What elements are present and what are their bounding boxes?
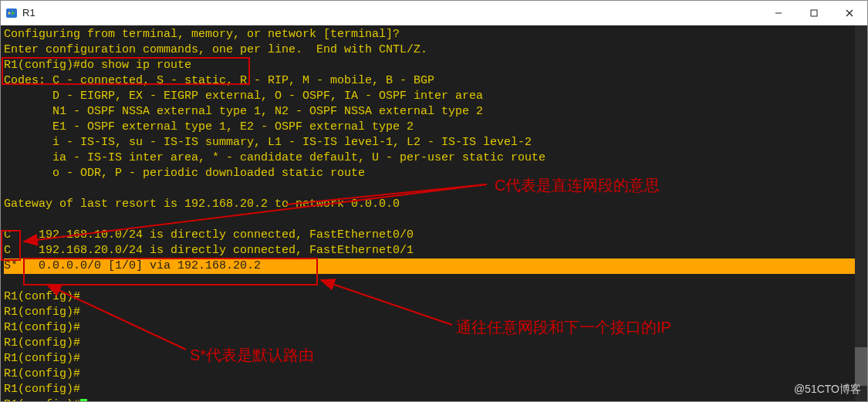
terminal-line: R1(config)#: [4, 290, 80, 303]
terminal-line: R1(config)#do show ip route: [4, 59, 191, 72]
annotation-default-route-ip: 通往任意网段和下一个接口的IP: [456, 317, 671, 338]
scrollbar-thumb[interactable]: [855, 347, 867, 386]
minimize-button[interactable]: [761, 1, 796, 25]
terminal-line: i - IS-IS, su - IS-IS summary, L1 - IS-I…: [4, 136, 532, 149]
terminal-line: R1(config)#: [4, 367, 80, 380]
app-icon: [5, 7, 18, 19]
terminal-line: R1(config)#: [4, 306, 80, 319]
terminal-line: o - ODR, P - periodic downloaded static …: [4, 167, 365, 180]
annotation-s-star-meaning: S*代表是默认路由: [190, 345, 314, 366]
svg-point-1: [8, 12, 11, 14]
annotation-c-meaning: C代表是直连网段的意思: [495, 175, 660, 196]
terminal-line: Configuring from terminal, memory, or ne…: [4, 28, 400, 41]
terminal-line: Gateway of last resort is 192.168.20.2 t…: [4, 198, 400, 211]
terminal-line: R1(config)#: [4, 383, 80, 396]
window-title: R1: [22, 7, 35, 19]
terminal-line: R1(config)#: [4, 321, 80, 334]
watermark: @51CTO博客: [794, 383, 861, 397]
terminal-line: Codes: C - connected, S - static, R - RI…: [4, 74, 434, 87]
terminal-line: N1 - OSPF NSSA external type 1, N2 - OSP…: [4, 105, 483, 118]
terminal-line: R1(config)#: [4, 336, 80, 350]
terminal-output[interactable]: Configuring from terminal, memory, or ne…: [1, 25, 867, 401]
titlebar[interactable]: R1: [1, 1, 867, 25]
window-controls: [761, 1, 867, 25]
terminal-line: ia - IS-IS inter area, * - candidate def…: [4, 151, 545, 164]
terminal-line: D - EIGRP, EX - EIGRP external, O - OSPF…: [4, 90, 483, 103]
close-button[interactable]: [832, 1, 867, 25]
prompt-line: R1(config)#: [4, 398, 80, 401]
terminal-line: C 192.168.10.0/24 is directly connected,…: [4, 228, 414, 242]
terminal-line: Enter configuration commands, one per li…: [4, 43, 427, 56]
terminal-line: C 192.168.20.0/24 is directly connected,…: [4, 244, 414, 257]
svg-rect-3: [811, 10, 817, 16]
terminal-line: E1 - OSPF external type 1, E2 - OSPF ext…: [4, 120, 414, 133]
scrollbar-track[interactable]: [855, 25, 867, 401]
terminal-line: R1(config)#: [4, 352, 80, 365]
route-default-line: S* 0.0.0.0/0 [1/0] via 192.168.20.2: [4, 258, 864, 274]
terminal-window: R1 Configuring from terminal, memory, or…: [0, 0, 868, 402]
maximize-button[interactable]: [796, 1, 832, 25]
cursor: [80, 399, 87, 401]
